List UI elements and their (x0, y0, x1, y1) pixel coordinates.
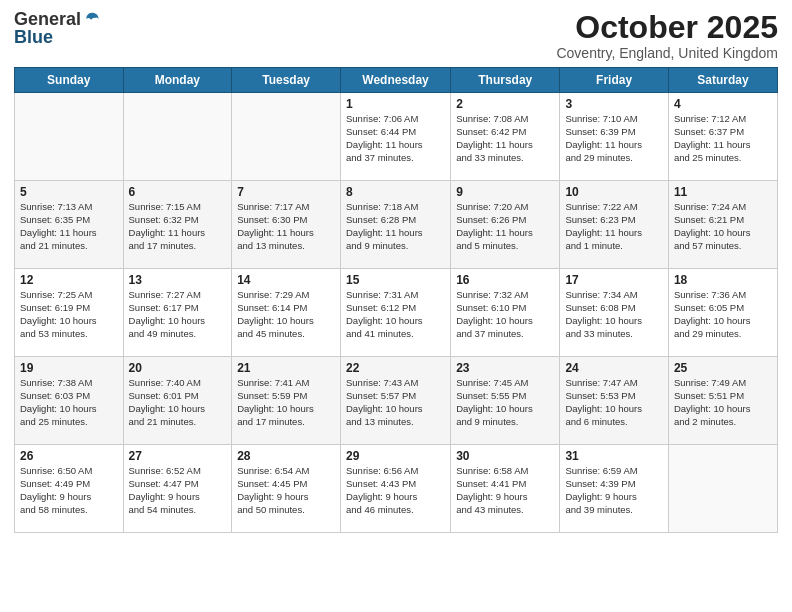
day-number: 9 (456, 185, 554, 199)
day-number: 21 (237, 361, 335, 375)
calendar-cell (123, 93, 232, 181)
day-number: 31 (565, 449, 663, 463)
day-info: Sunrise: 7:13 AM Sunset: 6:35 PM Dayligh… (20, 201, 118, 252)
day-info: Sunrise: 7:17 AM Sunset: 6:30 PM Dayligh… (237, 201, 335, 252)
header-thursday: Thursday (451, 68, 560, 93)
calendar-cell: 6Sunrise: 7:15 AM Sunset: 6:32 PM Daylig… (123, 181, 232, 269)
location: Coventry, England, United Kingdom (556, 45, 778, 61)
day-number: 5 (20, 185, 118, 199)
calendar-cell: 17Sunrise: 7:34 AM Sunset: 6:08 PM Dayli… (560, 269, 669, 357)
calendar-cell: 10Sunrise: 7:22 AM Sunset: 6:23 PM Dayli… (560, 181, 669, 269)
calendar-cell: 14Sunrise: 7:29 AM Sunset: 6:14 PM Dayli… (232, 269, 341, 357)
day-number: 22 (346, 361, 445, 375)
day-info: Sunrise: 6:58 AM Sunset: 4:41 PM Dayligh… (456, 465, 554, 516)
calendar-cell: 24Sunrise: 7:47 AM Sunset: 5:53 PM Dayli… (560, 357, 669, 445)
day-info: Sunrise: 6:56 AM Sunset: 4:43 PM Dayligh… (346, 465, 445, 516)
day-info: Sunrise: 7:49 AM Sunset: 5:51 PM Dayligh… (674, 377, 772, 428)
day-info: Sunrise: 6:50 AM Sunset: 4:49 PM Dayligh… (20, 465, 118, 516)
header-sunday: Sunday (15, 68, 124, 93)
calendar-cell: 16Sunrise: 7:32 AM Sunset: 6:10 PM Dayli… (451, 269, 560, 357)
day-number: 16 (456, 273, 554, 287)
logo-general: General (14, 10, 81, 28)
day-info: Sunrise: 7:40 AM Sunset: 6:01 PM Dayligh… (129, 377, 227, 428)
day-info: Sunrise: 6:59 AM Sunset: 4:39 PM Dayligh… (565, 465, 663, 516)
day-info: Sunrise: 7:22 AM Sunset: 6:23 PM Dayligh… (565, 201, 663, 252)
day-number: 11 (674, 185, 772, 199)
calendar-header-row: Sunday Monday Tuesday Wednesday Thursday… (15, 68, 778, 93)
logo-bird-icon (83, 10, 101, 28)
calendar-cell: 15Sunrise: 7:31 AM Sunset: 6:12 PM Dayli… (341, 269, 451, 357)
calendar-cell: 22Sunrise: 7:43 AM Sunset: 5:57 PM Dayli… (341, 357, 451, 445)
calendar-cell: 20Sunrise: 7:40 AM Sunset: 6:01 PM Dayli… (123, 357, 232, 445)
header-saturday: Saturday (668, 68, 777, 93)
calendar-cell: 25Sunrise: 7:49 AM Sunset: 5:51 PM Dayli… (668, 357, 777, 445)
day-info: Sunrise: 7:34 AM Sunset: 6:08 PM Dayligh… (565, 289, 663, 340)
calendar-cell: 2Sunrise: 7:08 AM Sunset: 6:42 PM Daylig… (451, 93, 560, 181)
calendar-cell: 4Sunrise: 7:12 AM Sunset: 6:37 PM Daylig… (668, 93, 777, 181)
day-info: Sunrise: 7:15 AM Sunset: 6:32 PM Dayligh… (129, 201, 227, 252)
month-title: October 2025 (556, 10, 778, 45)
day-info: Sunrise: 7:25 AM Sunset: 6:19 PM Dayligh… (20, 289, 118, 340)
day-number: 1 (346, 97, 445, 111)
calendar-cell: 1Sunrise: 7:06 AM Sunset: 6:44 PM Daylig… (341, 93, 451, 181)
day-info: Sunrise: 7:29 AM Sunset: 6:14 PM Dayligh… (237, 289, 335, 340)
calendar-cell: 11Sunrise: 7:24 AM Sunset: 6:21 PM Dayli… (668, 181, 777, 269)
day-number: 19 (20, 361, 118, 375)
calendar-cell: 5Sunrise: 7:13 AM Sunset: 6:35 PM Daylig… (15, 181, 124, 269)
calendar-cell: 9Sunrise: 7:20 AM Sunset: 6:26 PM Daylig… (451, 181, 560, 269)
day-number: 13 (129, 273, 227, 287)
day-number: 6 (129, 185, 227, 199)
calendar-cell: 31Sunrise: 6:59 AM Sunset: 4:39 PM Dayli… (560, 445, 669, 533)
calendar-cell: 18Sunrise: 7:36 AM Sunset: 6:05 PM Dayli… (668, 269, 777, 357)
day-number: 4 (674, 97, 772, 111)
day-number: 27 (129, 449, 227, 463)
day-info: Sunrise: 7:20 AM Sunset: 6:26 PM Dayligh… (456, 201, 554, 252)
page-container: General Blue October 2025 Coventry, Engl… (0, 0, 792, 543)
day-number: 28 (237, 449, 335, 463)
day-number: 8 (346, 185, 445, 199)
day-number: 14 (237, 273, 335, 287)
header-tuesday: Tuesday (232, 68, 341, 93)
day-info: Sunrise: 7:31 AM Sunset: 6:12 PM Dayligh… (346, 289, 445, 340)
calendar-cell (15, 93, 124, 181)
calendar-week-row-2: 12Sunrise: 7:25 AM Sunset: 6:19 PM Dayli… (15, 269, 778, 357)
day-number: 25 (674, 361, 772, 375)
day-number: 26 (20, 449, 118, 463)
calendar-cell: 19Sunrise: 7:38 AM Sunset: 6:03 PM Dayli… (15, 357, 124, 445)
title-section: October 2025 Coventry, England, United K… (556, 10, 778, 61)
day-number: 24 (565, 361, 663, 375)
calendar-cell: 13Sunrise: 7:27 AM Sunset: 6:17 PM Dayli… (123, 269, 232, 357)
logo-blue: Blue (14, 28, 53, 46)
calendar-cell: 28Sunrise: 6:54 AM Sunset: 4:45 PM Dayli… (232, 445, 341, 533)
calendar-cell: 26Sunrise: 6:50 AM Sunset: 4:49 PM Dayli… (15, 445, 124, 533)
day-info: Sunrise: 7:27 AM Sunset: 6:17 PM Dayligh… (129, 289, 227, 340)
day-info: Sunrise: 7:43 AM Sunset: 5:57 PM Dayligh… (346, 377, 445, 428)
day-number: 18 (674, 273, 772, 287)
calendar-cell: 3Sunrise: 7:10 AM Sunset: 6:39 PM Daylig… (560, 93, 669, 181)
day-number: 12 (20, 273, 118, 287)
day-info: Sunrise: 7:12 AM Sunset: 6:37 PM Dayligh… (674, 113, 772, 164)
calendar-cell: 23Sunrise: 7:45 AM Sunset: 5:55 PM Dayli… (451, 357, 560, 445)
day-info: Sunrise: 6:52 AM Sunset: 4:47 PM Dayligh… (129, 465, 227, 516)
header-wednesday: Wednesday (341, 68, 451, 93)
calendar-week-row-1: 5Sunrise: 7:13 AM Sunset: 6:35 PM Daylig… (15, 181, 778, 269)
calendar-cell: 30Sunrise: 6:58 AM Sunset: 4:41 PM Dayli… (451, 445, 560, 533)
header-monday: Monday (123, 68, 232, 93)
calendar-week-row-3: 19Sunrise: 7:38 AM Sunset: 6:03 PM Dayli… (15, 357, 778, 445)
day-info: Sunrise: 7:18 AM Sunset: 6:28 PM Dayligh… (346, 201, 445, 252)
calendar-cell: 29Sunrise: 6:56 AM Sunset: 4:43 PM Dayli… (341, 445, 451, 533)
day-number: 2 (456, 97, 554, 111)
day-info: Sunrise: 7:10 AM Sunset: 6:39 PM Dayligh… (565, 113, 663, 164)
day-info: Sunrise: 7:24 AM Sunset: 6:21 PM Dayligh… (674, 201, 772, 252)
calendar-cell (668, 445, 777, 533)
calendar-cell: 7Sunrise: 7:17 AM Sunset: 6:30 PM Daylig… (232, 181, 341, 269)
page-header: General Blue October 2025 Coventry, Engl… (14, 10, 778, 61)
day-number: 20 (129, 361, 227, 375)
calendar-table: Sunday Monday Tuesday Wednesday Thursday… (14, 67, 778, 533)
calendar-week-row-0: 1Sunrise: 7:06 AM Sunset: 6:44 PM Daylig… (15, 93, 778, 181)
calendar-cell (232, 93, 341, 181)
day-number: 3 (565, 97, 663, 111)
day-number: 29 (346, 449, 445, 463)
calendar-cell: 21Sunrise: 7:41 AM Sunset: 5:59 PM Dayli… (232, 357, 341, 445)
day-info: Sunrise: 7:36 AM Sunset: 6:05 PM Dayligh… (674, 289, 772, 340)
